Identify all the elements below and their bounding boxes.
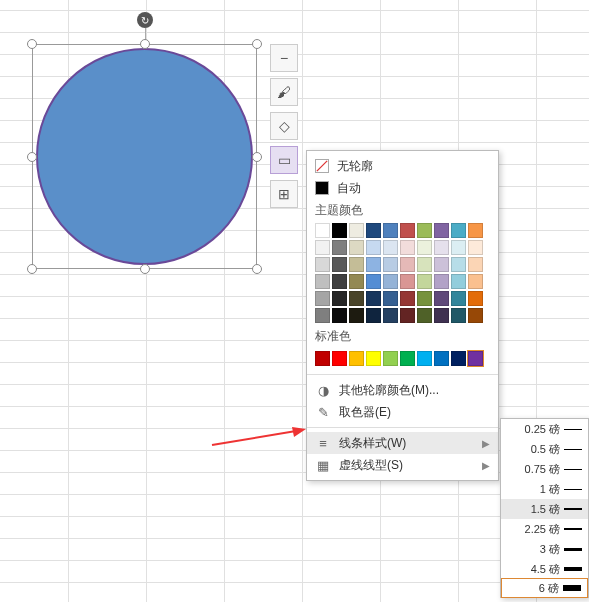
line-weight-option[interactable]: 0.5 磅 — [501, 439, 588, 459]
more-colors-item[interactable]: ◑ 其他轮廓颜色(M)... — [307, 379, 498, 401]
color-swatch[interactable] — [451, 240, 466, 255]
color-swatch[interactable] — [332, 223, 347, 238]
color-swatch[interactable] — [383, 274, 398, 289]
color-swatch[interactable] — [315, 351, 330, 366]
line-style-item[interactable]: ≡ 线条样式(W) ▶ — [307, 432, 498, 454]
color-swatch[interactable] — [315, 291, 330, 306]
line-weight-option[interactable]: 2.25 磅 — [501, 519, 588, 539]
color-swatch[interactable] — [468, 308, 483, 323]
color-swatch[interactable] — [332, 308, 347, 323]
color-swatch[interactable] — [434, 257, 449, 272]
color-swatch[interactable] — [349, 274, 364, 289]
line-weight-option[interactable]: 3 磅 — [501, 539, 588, 559]
color-swatch[interactable] — [434, 291, 449, 306]
color-swatch[interactable] — [417, 351, 432, 366]
color-swatch[interactable] — [366, 291, 381, 306]
color-swatch[interactable] — [383, 291, 398, 306]
color-swatch[interactable] — [383, 240, 398, 255]
color-swatch[interactable] — [400, 291, 415, 306]
color-swatch[interactable] — [468, 351, 483, 366]
toolbar-collapse-button[interactable]: − — [270, 44, 298, 72]
color-swatch[interactable] — [468, 223, 483, 238]
fill-brush-button[interactable]: 🖌 — [270, 78, 298, 106]
color-swatch[interactable] — [468, 240, 483, 255]
color-swatch[interactable] — [434, 308, 449, 323]
resize-handle-ne[interactable] — [252, 39, 262, 49]
color-swatch[interactable] — [315, 274, 330, 289]
color-swatch[interactable] — [349, 351, 364, 366]
color-swatch[interactable] — [332, 351, 347, 366]
color-swatch[interactable] — [417, 240, 432, 255]
color-swatch[interactable] — [400, 240, 415, 255]
color-swatch[interactable] — [332, 257, 347, 272]
color-swatch[interactable] — [434, 274, 449, 289]
outline-button[interactable]: ▭ — [270, 146, 298, 174]
color-swatch[interactable] — [366, 257, 381, 272]
color-swatch[interactable] — [451, 274, 466, 289]
color-swatch[interactable] — [366, 308, 381, 323]
color-swatch[interactable] — [451, 223, 466, 238]
line-weight-option[interactable]: 1 磅 — [501, 479, 588, 499]
color-swatch[interactable] — [468, 291, 483, 306]
line-weight-option[interactable]: 0.75 磅 — [501, 459, 588, 479]
color-swatch[interactable] — [332, 291, 347, 306]
eyedropper-item[interactable]: ✎ 取色器(E) — [307, 401, 498, 423]
resize-handle-w[interactable] — [27, 152, 37, 162]
resize-handle-se[interactable] — [252, 264, 262, 274]
resize-handle-nw[interactable] — [27, 39, 37, 49]
color-swatch[interactable] — [366, 223, 381, 238]
line-weight-option[interactable]: 1.5 磅 — [501, 499, 588, 519]
color-swatch[interactable] — [383, 223, 398, 238]
color-swatch[interactable] — [315, 257, 330, 272]
color-swatch[interactable] — [417, 257, 432, 272]
color-swatch[interactable] — [383, 351, 398, 366]
color-swatch[interactable] — [315, 308, 330, 323]
no-outline-item[interactable]: 无轮廓 — [307, 155, 498, 177]
color-swatch[interactable] — [417, 308, 432, 323]
color-swatch[interactable] — [349, 257, 364, 272]
dash-style-item[interactable]: ▦ 虚线线型(S) ▶ — [307, 454, 498, 476]
color-swatch[interactable] — [400, 257, 415, 272]
color-swatch[interactable] — [400, 274, 415, 289]
line-weight-option[interactable]: 6 磅 — [501, 578, 588, 598]
color-swatch[interactable] — [468, 274, 483, 289]
color-swatch[interactable] — [417, 291, 432, 306]
selected-shape[interactable]: ↻ — [32, 44, 257, 269]
color-swatch[interactable] — [400, 351, 415, 366]
color-swatch[interactable] — [349, 240, 364, 255]
shape-effect-button[interactable]: ◇ — [270, 112, 298, 140]
color-swatch[interactable] — [315, 240, 330, 255]
color-swatch[interactable] — [434, 223, 449, 238]
color-swatch[interactable] — [451, 308, 466, 323]
line-weight-option[interactable]: 4.5 磅 — [501, 559, 588, 579]
color-swatch[interactable] — [400, 308, 415, 323]
color-swatch[interactable] — [417, 274, 432, 289]
color-swatch[interactable] — [451, 291, 466, 306]
auto-outline-item[interactable]: 自动 — [307, 177, 498, 199]
color-swatch[interactable] — [451, 351, 466, 366]
color-swatch[interactable] — [349, 291, 364, 306]
color-swatch[interactable] — [434, 240, 449, 255]
color-swatch[interactable] — [366, 274, 381, 289]
color-swatch[interactable] — [434, 351, 449, 366]
color-swatch[interactable] — [383, 308, 398, 323]
color-swatch[interactable] — [332, 274, 347, 289]
resize-handle-n[interactable] — [140, 39, 150, 49]
rotate-handle[interactable]: ↻ — [137, 12, 153, 28]
resize-handle-sw[interactable] — [27, 264, 37, 274]
color-swatch[interactable] — [332, 240, 347, 255]
color-swatch[interactable] — [468, 257, 483, 272]
resize-handle-e[interactable] — [252, 152, 262, 162]
color-swatch[interactable] — [349, 223, 364, 238]
color-swatch[interactable] — [349, 308, 364, 323]
line-weight-option[interactable]: 0.25 磅 — [501, 419, 588, 439]
color-swatch[interactable] — [417, 223, 432, 238]
resize-handle-s[interactable] — [140, 264, 150, 274]
color-swatch[interactable] — [451, 257, 466, 272]
color-swatch[interactable] — [366, 351, 381, 366]
color-swatch[interactable] — [400, 223, 415, 238]
color-swatch[interactable] — [366, 240, 381, 255]
color-swatch[interactable] — [315, 223, 330, 238]
circle-shape[interactable] — [36, 48, 253, 265]
color-swatch[interactable] — [383, 257, 398, 272]
